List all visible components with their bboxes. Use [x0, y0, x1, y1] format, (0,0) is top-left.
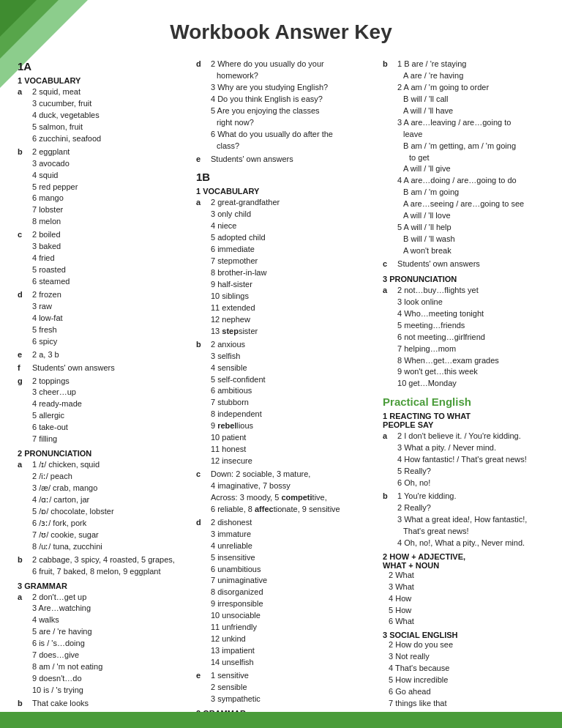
1a-vocab-e: e 2 a, 3 b — [18, 349, 187, 361]
right-pron-a: a 2 not…buy…flights yet 3 look online 4 … — [383, 285, 544, 390]
1b-vocab-c: c Down: 2 sociable, 3 mature, 4 imaginat… — [196, 469, 374, 516]
1a-pron-b: b 2 cabbage, 3 spicy, 4 roasted, 5 grape… — [18, 554, 187, 578]
1a-va-2: 2 squid, meat — [26, 86, 101, 98]
pe-s1-a: a 2 I don't believe it. / You're kidding… — [383, 431, 544, 489]
1a-vocab-c-label: c 2 boiled 3 baked 4 fried 5 roasted 6 s… — [18, 229, 187, 288]
1b-vocab-block: 1 VOCABULARY a 2 great-grandfather 3 onl… — [196, 187, 374, 705]
1a-grammar-block: 3 GRAMMAR a 2 don't…get up 3 Are…watchin… — [18, 582, 187, 729]
1a-e: e Students' own answers — [196, 154, 374, 166]
1a-vocab-g-items: 2 toppings 3 cheer…up 4 ready-made 5 all… — [26, 376, 82, 446]
1a-pronunciation-header: 2 PRONUNCIATION — [18, 449, 187, 458]
1a-vocab-block: 1 VOCABULARY a 2 squid, meat 3 cucumber,… — [18, 76, 187, 445]
pe-section3-header: 3 SOCIAL ENGLISH — [383, 631, 544, 639]
right-c: c Students' own answers — [383, 259, 544, 270]
page-title: Workbook Answer Key — [0, 0, 562, 57]
1a-vocab-d-label: d 2 frozen 3 raw 4 low-fat 5 fresh 6 spi… — [18, 289, 187, 348]
pe-s2-items: 2 What 3 What 4 How 5 How 6 What — [383, 570, 544, 628]
1a-vocab-a-items: 2 squid, meat 3 cucumber, fruit 4 duck, … — [26, 86, 101, 145]
practical-english-title: Practical English — [383, 395, 544, 408]
1a-vocab-a-label: a 2 squid, meat 3 cucumber, fruit 4 duck… — [18, 86, 187, 145]
1a-vocab-d-items: 2 frozen 3 raw 4 low-fat 5 fresh 6 spicy — [26, 289, 63, 348]
label-b: b — [18, 146, 25, 229]
1b-vocab-b: b 2 anxious 3 selfish 4 sensible 5 self-… — [196, 339, 374, 467]
label-a: a — [18, 86, 25, 145]
column-right: b 1 B are / 're staying A are / 're havi… — [378, 57, 549, 728]
1a-vocab-g-label: g 2 toppings 3 cheer…up 4 ready-made 5 a… — [18, 376, 187, 446]
column-mid: d 2 Where do you usually do your homewor… — [192, 57, 378, 728]
pe-section1-header: 1 REACTING TO WHATPEOPLE SAY — [383, 412, 544, 429]
1a-pronunciation-block: 2 PRONUNCIATION a 1 /ɪ/ chicken, squid 2… — [18, 449, 187, 577]
bottom-bar — [0, 712, 562, 728]
1a-pron-a: a 1 /ɪ/ chicken, squid 2 /iː/ peach 3 /æ… — [18, 459, 187, 553]
1b-vocab-d: d 2 dishonest 3 immature 4 unreliable 5 … — [196, 517, 374, 669]
1a-va-3: 3 cucumber, fruit — [26, 98, 101, 110]
right-pronunciation-block: 3 PRONUNCIATION a 2 not…buy…flights yet … — [383, 275, 544, 390]
1a-vocab-b-label: b 2 eggplant 3 avocado 4 squid 5 red pep… — [18, 146, 187, 229]
1a-vocab-f: f Students' own answers — [18, 363, 187, 374]
section-1b-label: 1B — [196, 171, 374, 183]
1b-vocab-a: a 2 great-grandfather 3 only child 4 nie… — [196, 197, 374, 337]
1a-vocab-e-text: 2 a, 3 b — [26, 349, 59, 361]
1a-d-header: d 2 Where do you usually do your homewor… — [196, 59, 374, 152]
right-pronunciation-header: 3 PRONUNCIATION — [383, 275, 544, 283]
1a-vocab-c-items: 2 boiled 3 baked 4 fried 5 roasted 6 ste… — [26, 229, 70, 288]
1a-grammar-header: 3 GRAMMAR — [18, 582, 187, 590]
practical-english-block: Practical English 1 REACTING TO WHATPEOP… — [383, 395, 544, 721]
1a-va-5: 5 salmon, fruit — [26, 122, 101, 133]
1b-vocab-header: 1 VOCABULARY — [196, 187, 374, 196]
right-b-header: b 1 B are / 're staying A are / 're havi… — [383, 59, 544, 257]
1a-va-6: 6 zucchini, seafood — [26, 133, 101, 145]
1a-va-4: 4 duck, vegetables — [26, 110, 101, 122]
1a-vocab-header: 1 VOCABULARY — [18, 76, 187, 85]
1a-vocab-b-items: 2 eggplant 3 avocado 4 squid 5 red peppe… — [26, 146, 78, 229]
1a-gram-a: a 2 don't…get up 3 Are…watching 4 walks … — [18, 592, 187, 697]
1a-vocab-f-text: Students' own answers — [26, 363, 115, 374]
pe-s1-b: b 1 You're kidding. 2 Really? 3 What a g… — [383, 491, 544, 549]
1b-vocab-e: e 1 sensitive 2 sensible 3 sympathetic — [196, 670, 374, 705]
pe-s3-items: 2 How do you see 3 Not really 4 That's b… — [383, 639, 544, 721]
what-a-pity-item: 3 What a pity. / Never mind. — [391, 442, 527, 454]
pe-section2-header: 2 HOW + ADJECTIVE,WHAT + NOUN — [383, 552, 544, 570]
section-1a-label: 1A — [18, 60, 187, 73]
column-left: 1A 1 VOCABULARY a 2 squid, meat 3 cucumb… — [13, 57, 192, 728]
1a-pron-b-text: 2 cabbage, 3 spicy, 4 roasted, 5 grapes,… — [26, 554, 175, 578]
